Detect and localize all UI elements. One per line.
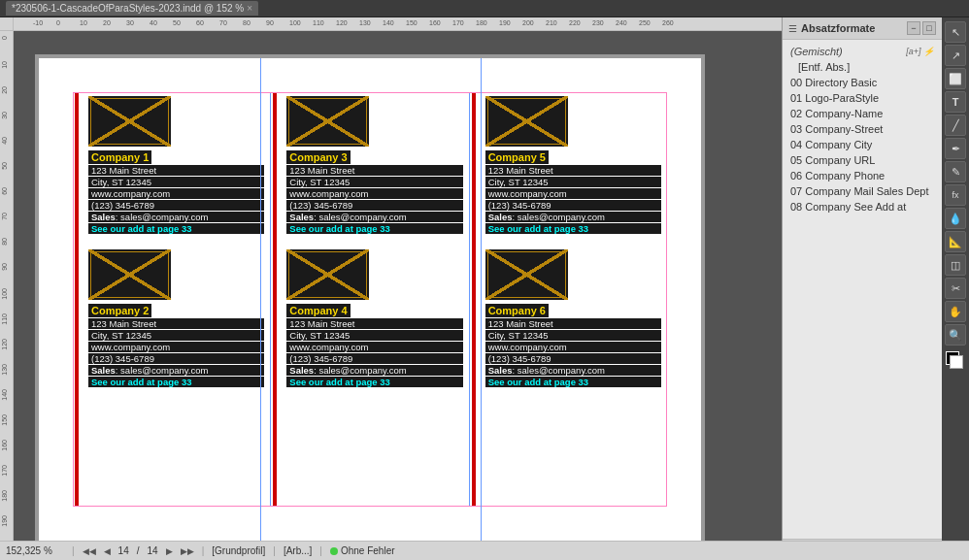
ruler-tick-h-3: 20: [103, 19, 111, 26]
style-row-05[interactable]: 05 Company URL: [783, 152, 942, 168]
page-sep: /: [137, 545, 140, 556]
company-4-name: Company 4: [286, 304, 350, 317]
company-5-city: City, ST 12345: [485, 177, 661, 187]
ruler-tick-v-9: 90: [1, 263, 8, 271]
tool-scissors[interactable]: ✂: [945, 278, 966, 299]
company-3-street: 123 Main Street: [286, 165, 462, 176]
company-1-url: www.company.com: [88, 188, 264, 199]
column-3: Company 5 123 Main Street City, ST 12345…: [470, 92, 667, 507]
company-3-phone: (123) 345-6789: [286, 200, 462, 211]
tool-hand[interactable]: ✋: [945, 301, 966, 322]
margin-top: [73, 92, 667, 93]
page-nav-last[interactable]: ▶▶: [181, 546, 194, 556]
company-3-city: City, ST 12345: [286, 177, 462, 187]
tool-type[interactable]: T: [945, 91, 966, 113]
company-4-street: 123 Main Street: [286, 318, 462, 329]
style-enth-abs-label: [Entf. Abs.]: [798, 61, 850, 73]
tool-eyedropper[interactable]: 💧: [945, 208, 966, 229]
panel-expand-btn[interactable]: □: [922, 21, 936, 35]
tab-close-btn[interactable]: ×: [247, 3, 252, 14]
document-tab[interactable]: *230506-1-CascadeOfParaStyles-2023.indd …: [6, 1, 258, 16]
style-row-01[interactable]: 01 Logo-ParaStyle: [783, 90, 942, 106]
ruler-tick-h-20: 190: [499, 19, 511, 26]
company-2-url: www.company.com: [88, 342, 264, 352]
style-08-label: 08 Company See Add at: [790, 201, 906, 213]
style-row-02[interactable]: 02 Company-Name: [783, 106, 942, 121]
sep1: |: [72, 545, 75, 556]
margin-left: [73, 92, 74, 507]
tool-line[interactable]: ╱: [945, 115, 966, 136]
company-5-phone: (123) 345-6789: [485, 200, 661, 211]
company-4-phone: (123) 345-6789: [286, 353, 462, 364]
company-4-sales: Sales: sales@company.com: [286, 365, 462, 376]
style-row-03[interactable]: 03 Company-Street: [783, 121, 942, 137]
company-3-sales: Sales: sales@company.com: [286, 212, 462, 222]
company-entry-6: Company 6 123 Main Street City, ST 12345…: [485, 249, 661, 387]
company-1-city: City, ST 12345: [88, 177, 264, 187]
company-1-see-add: See our add at page 33: [88, 223, 264, 234]
ruler-tick-v-0: 0: [1, 36, 8, 40]
ruler-tick-h-27: 260: [662, 19, 674, 26]
page-nav-next[interactable]: ▶: [166, 546, 173, 556]
tool-select[interactable]: ↖: [945, 21, 966, 43]
style-02-label: 02 Company-Name: [790, 108, 883, 119]
style-row-00[interactable]: 00 Directory Basic: [783, 75, 942, 90]
ruler-tick-h-11: 100: [289, 19, 301, 26]
style-row-enth-abs[interactable]: [Entf. Abs.]: [783, 59, 942, 75]
margin-bottom: [73, 506, 667, 507]
ruler-tick-h-16: 150: [406, 19, 418, 26]
company-3-url: www.company.com: [286, 188, 462, 199]
page-nav-prev[interactable]: ◀: [104, 546, 111, 556]
tool-pen[interactable]: ✒: [945, 138, 966, 159]
ruler-tick-v-12: 120: [1, 339, 8, 350]
ruler-tick-h-19: 180: [476, 19, 487, 26]
ruler-tick-h-24: 230: [592, 19, 604, 26]
tool-pencil[interactable]: ✎: [945, 161, 966, 182]
style-row-mixed[interactable]: (Gemischt) [a+] ⚡: [783, 44, 942, 59]
style-row-08[interactable]: 08 Company See Add at: [783, 199, 942, 214]
red-border-col2: [275, 92, 277, 507]
company-entry-5: Company 5 123 Main Street City, ST 12345…: [485, 96, 661, 234]
page-nav-first[interactable]: ◀◀: [83, 546, 96, 556]
tool-gradient[interactable]: ◫: [945, 254, 966, 276]
ruler-tick-h-17: 160: [429, 19, 441, 26]
tool-fx[interactable]: fx: [945, 184, 966, 206]
ruler-tick-h-0: -10: [33, 19, 43, 26]
tool-direct-select[interactable]: ↗: [945, 45, 966, 66]
style-mixed-label: (Gemischt): [790, 46, 843, 57]
ruler-tick-v-2: 20: [1, 86, 8, 94]
style-row-04[interactable]: 04 Company City: [783, 137, 942, 152]
ruler-tick-h-2: 10: [80, 19, 87, 26]
columns-container: Company 1 123 Main Street City, ST 12345…: [73, 92, 667, 507]
tool-measure[interactable]: 📐: [945, 231, 966, 252]
margin-right: [666, 92, 667, 507]
sep3: |: [273, 545, 276, 556]
company-3-logo: [286, 96, 369, 147]
ruler-tick-v-15: 150: [1, 414, 8, 426]
style-04-label: 04 Company City: [790, 139, 872, 150]
ruler-tick-h-4: 30: [126, 19, 134, 26]
company-1-name: Company 1: [88, 150, 151, 164]
tab-title: *230506-1-CascadeOfParaStyles-2023.indd …: [12, 3, 244, 14]
company-1-logo: [88, 96, 171, 147]
green-dot: [330, 547, 338, 555]
page: Company 1 123 Main Street City, ST 12345…: [39, 58, 701, 541]
ruler-tick-v-6: 60: [1, 187, 8, 195]
tool-frame[interactable]: ⬜: [945, 68, 966, 89]
company-4-url: www.company.com: [286, 342, 462, 352]
ruler-tick-h-25: 240: [616, 19, 627, 26]
ruler-tick-v-13: 130: [1, 364, 8, 376]
ruler-tick-v-5: 50: [1, 162, 8, 170]
style-row-06[interactable]: 06 Company Phone: [783, 168, 942, 183]
company-5-logo: [485, 96, 568, 147]
panel-collapse-btn[interactable]: −: [907, 21, 920, 35]
ruler-tick-v-8: 80: [1, 238, 8, 246]
ruler-tick-v-7: 70: [1, 213, 8, 220]
company-entry-1: Company 1 123 Main Street City, ST 12345…: [88, 96, 264, 234]
tool-zoom[interactable]: 🔍: [945, 324, 966, 346]
company-2-phone: (123) 345-6789: [88, 353, 264, 364]
company-2-name: Company 2: [88, 304, 151, 317]
style-row-07[interactable]: 07 Company Mail Sales Dept: [783, 183, 942, 199]
ruler-tick-v-3: 30: [1, 112, 8, 119]
ruler-tick-v-11: 110: [1, 313, 8, 325]
